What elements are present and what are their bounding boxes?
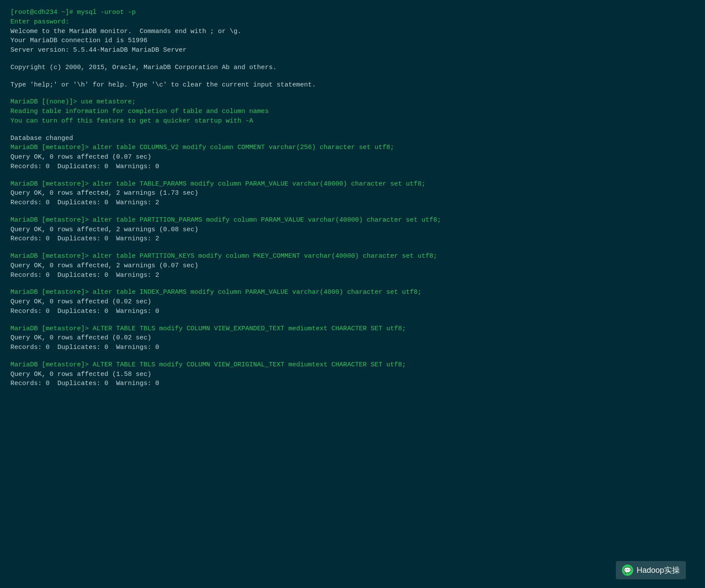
- terminal-spacer: [10, 316, 695, 324]
- terminal-line: MariaDB [metastore]> alter table TABLE_P…: [10, 179, 695, 189]
- terminal-line: Query OK, 0 rows affected (1.58 sec): [10, 370, 695, 379]
- terminal-spacer: [10, 244, 695, 252]
- terminal-line: MariaDB [metastore]> alter table COLUMNS…: [10, 143, 695, 153]
- terminal-line: Your MariaDB connection id is 51996: [10, 36, 695, 46]
- terminal-line: MariaDB [metastore]> alter table PARTITI…: [10, 216, 695, 225]
- terminal-line: Query OK, 0 rows affected, 2 warnings (0…: [10, 261, 695, 271]
- terminal-line: Query OK, 0 rows affected (0.07 sec): [10, 153, 695, 162]
- terminal-line: Query OK, 0 rows affected (0.02 sec): [10, 297, 695, 307]
- terminal-line: Records: 0 Duplicates: 0 Warnings: 0: [10, 162, 695, 172]
- wechat-icon: 💬: [622, 565, 633, 576]
- terminal-line: MariaDB [metastore]> ALTER TABLE TBLS mo…: [10, 324, 695, 334]
- terminal-line: You can turn off this feature to get a q…: [10, 116, 695, 126]
- terminal-line: Records: 0 Duplicates: 0 Warnings: 2: [10, 271, 695, 280]
- terminal-spacer: [10, 280, 695, 288]
- terminal-spacer: [10, 352, 695, 360]
- terminal-line: Reading table information for completion…: [10, 107, 695, 116]
- terminal: [root@cdh234 ~]# mysql -uroot -pEnter pa…: [6, 4, 699, 588]
- terminal-spacer: [10, 172, 695, 179]
- terminal-spacer: [10, 55, 695, 63]
- terminal-line: Records: 0 Duplicates: 0 Warnings: 2: [10, 198, 695, 208]
- terminal-line: Records: 0 Duplicates: 0 Warnings: 0: [10, 343, 695, 352]
- watermark: 💬 Hadoop实操: [616, 561, 686, 579]
- terminal-line: Database changed: [10, 134, 695, 143]
- terminal-line: Server version: 5.5.44-MariaDB MariaDB S…: [10, 46, 695, 55]
- terminal-spacer: [10, 126, 695, 134]
- terminal-line: [root@cdh234 ~]# mysql -uroot -p: [10, 8, 695, 17]
- terminal-line: Welcome to the MariaDB monitor. Commands…: [10, 27, 695, 37]
- terminal-spacer: [10, 73, 695, 80]
- terminal-line: Query OK, 0 rows affected (0.02 sec): [10, 333, 695, 343]
- terminal-line: MariaDB [metastore]> alter table INDEX_P…: [10, 288, 695, 297]
- terminal-line: Copyright (c) 2000, 2015, Oracle, MariaD…: [10, 63, 695, 73]
- terminal-line: Records: 0 Duplicates: 0 Warnings: 2: [10, 234, 695, 244]
- terminal-line: Query OK, 0 rows affected, 2 warnings (1…: [10, 189, 695, 198]
- terminal-spacer: [10, 90, 695, 97]
- terminal-line: Records: 0 Duplicates: 0 Warnings: 0: [10, 307, 695, 316]
- watermark-label: Hadoop实操: [637, 565, 680, 576]
- terminal-spacer: [10, 208, 695, 216]
- terminal-line: MariaDB [(none)]> use metastore;: [10, 97, 695, 107]
- terminal-line: MariaDB [metastore]> ALTER TABLE TBLS mo…: [10, 360, 695, 370]
- terminal-line: Type 'help;' or '\h' for help. Type '\c'…: [10, 80, 695, 90]
- terminal-line: MariaDB [metastore]> alter table PARTITI…: [10, 252, 695, 261]
- terminal-line: Records: 0 Duplicates: 0 Warnings: 0: [10, 379, 695, 389]
- terminal-output: [root@cdh234 ~]# mysql -uroot -pEnter pa…: [10, 8, 695, 389]
- terminal-line: Query OK, 0 rows affected, 2 warnings (0…: [10, 225, 695, 235]
- terminal-line: Enter password:: [10, 17, 695, 27]
